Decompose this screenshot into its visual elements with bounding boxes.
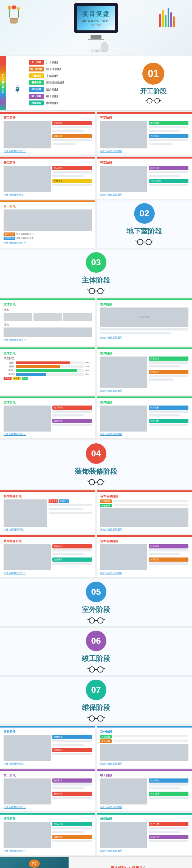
toc-content: 目录 开工阶段 开工阶段 地下室阶段 地下室阶段 主体阶段 主体阶段 装修阶段	[6, 56, 115, 110]
svg-line-19	[103, 481, 105, 482]
tl-3a	[52, 171, 92, 173]
toc-vertical-title: 目录	[11, 59, 24, 107]
tg-wb2a: 客户反馈	[149, 822, 188, 826]
row-dixiashi-section: 开工阶段 施工记录 完成地基处理工作 质量检测 各项指标达到标准 此处为插图底部…	[0, 200, 192, 248]
tag-9b: 安全生产	[149, 370, 188, 374]
bl-3: 此处为插图底部图片	[4, 193, 92, 196]
ch-10: 主体阶段	[4, 400, 92, 404]
bl-jg1: 此处为插图底部图片	[4, 806, 92, 809]
tag-4a: 总结反思	[149, 166, 188, 170]
tl-4a	[149, 171, 188, 173]
mouse-decoration	[101, 42, 108, 52]
slide-kaigong-1a: 开工阶段 经验总结 问题分析 此处为插图底部图片	[0, 112, 95, 156]
svg-line-23	[87, 619, 89, 620]
tag-5b: 质量检测	[4, 237, 15, 240]
t-wb1: 维保计划 问题处理	[52, 822, 92, 848]
slide-toc: CONCENTS 目录 开工阶段 开工阶段 地下室阶段 地下室阶段 主体阶段	[0, 56, 192, 111]
bar-chart-area: 项目A 80% 项目B 65% 项目C	[4, 361, 92, 376]
slide-zx-2a: 装饰装修阶段 装修总结 改进建议 此处为插图底部图片	[0, 535, 95, 578]
t-jg2: 交付标准 项目总结	[149, 778, 188, 804]
card-header-label-2: 开工阶段	[100, 116, 188, 120]
row-weibao-1: 维保阶段 维保计划 问题处理 此处为插图底部图片 维保阶段	[0, 813, 192, 855]
tl-zx4c	[149, 562, 188, 565]
slide-zx-2b: 装饰装修阶段 效果展示 后期维护 此处为插图底部图片	[97, 535, 192, 578]
tg-wb1a: 维保计划	[52, 822, 92, 826]
slide-wb-1b: 维保阶段 客户反馈 持续改进 此处为插图底部图片	[97, 813, 192, 855]
slide-zhuti-3a: 主体阶段 施工现场 进度管理 此处为插图底部图片	[0, 396, 95, 439]
cover-edition: 通用 · 版本	[91, 24, 102, 27]
text-3: 施工准备 主要亮点	[52, 166, 92, 192]
row-shiwai-1: 室外阶段 园林绿化 道路铺设 此处为插图底部图片 室外阶段	[0, 725, 192, 768]
ci-zx4: 装饰装修阶段 效果展示 后期维护 此处为插图底部图片	[97, 537, 192, 577]
toc-item-4: 装修阶段 装饰装修阶段	[29, 80, 111, 85]
tl-10a	[52, 410, 92, 413]
t-zx2: 材料管理 验收标准	[100, 499, 188, 527]
tl-11b	[149, 414, 181, 416]
slide-section-04: 04 装饰装修阶段	[0, 440, 192, 489]
ch-wb2: 维保阶段	[100, 817, 188, 821]
ip-jg2	[100, 778, 147, 804]
section-title-06: 竣工阶段	[82, 654, 110, 663]
cb-zx3: 装修总结 改进建议	[4, 544, 92, 570]
tl-3b	[52, 175, 84, 177]
section-num-03: 03	[91, 257, 101, 268]
bar-val-4: 45%	[85, 373, 92, 375]
status-boxes	[4, 313, 92, 321]
cover-decoration-left	[5, 5, 22, 33]
tl-4c	[149, 184, 188, 186]
slide-kaigong-2a: 开工阶段 施工准备 主要亮点 此处为插图底部图片	[0, 157, 95, 199]
svg-point-16	[98, 479, 103, 485]
ch-11: 主体阶段	[100, 400, 188, 404]
bar-2: 项目B 65%	[4, 365, 92, 368]
slide-zx-1b: 装饰装修阶段 材料管理 验收标准 此处为插图底部图片	[97, 490, 192, 534]
info-tag-orange: 问题分析	[52, 134, 92, 138]
slide-zx-1a: 装饰装修阶段 装修进度 质量评估 此处为插图底部图片	[0, 490, 95, 534]
card-header-6: 主体阶段	[4, 302, 92, 306]
row-zhuti-3: 主体阶段 施工现场 进度管理 此处为插图底部图片 主体阶段	[0, 396, 192, 439]
t-zx1: 装修进度 质量评估	[49, 499, 92, 527]
text-7	[100, 328, 188, 335]
status-box-2	[33, 313, 62, 321]
tg-jg2b: 项目总结	[149, 792, 188, 796]
tl-11a	[149, 410, 188, 413]
card-body: 经验总结 问题分析	[4, 121, 92, 148]
cb-jg2: 交付标准 项目总结	[100, 778, 188, 804]
tl-sw1b	[52, 744, 84, 746]
tag-text-5a: 完成地基处理工作	[16, 233, 92, 236]
ch-zx2: 装饰装修阶段	[100, 494, 188, 498]
bl-zx3: 此处为插图底部图片	[4, 571, 92, 575]
svg-line-33	[87, 717, 89, 718]
cb-10: 施工现场 进度管理	[4, 405, 92, 432]
bl-wb1: 此处为插图底部图片	[4, 849, 92, 852]
tl-9c	[149, 375, 188, 377]
card-inner: 开工阶段 经验总结 问题分析 此处为插图底部图片	[0, 114, 95, 155]
footer-logo-circle: PJ	[29, 860, 40, 868]
toc-text-4: 装饰装修阶段	[46, 81, 64, 85]
cover-monitor: 项目复盘 项目复盘总结汇报PPT 通用 · 版本	[74, 3, 118, 33]
tl-9b	[149, 365, 181, 368]
cb-zx1: 装修进度 质量评估	[4, 499, 92, 527]
cb-jg1: 验收记录 整改内容	[4, 778, 92, 804]
info-tag-blue: 成果展示	[149, 134, 188, 138]
card-header-3: 开工阶段	[4, 161, 92, 165]
tag-9a: 质量管控	[149, 356, 188, 361]
svg-line-9	[152, 241, 153, 242]
ip-zx1	[4, 499, 47, 527]
ci-11: 主体阶段 技术创新 成本控制 此处为插图底部图片	[97, 398, 192, 438]
img-zx2	[100, 508, 188, 527]
tl-wb1a	[52, 827, 92, 829]
card-body-3: 施工准备 主要亮点	[4, 166, 92, 192]
tl-jg1c	[52, 797, 92, 799]
glasses-05	[87, 617, 105, 624]
svg-point-30	[89, 716, 94, 721]
status-box-1	[4, 313, 32, 321]
tags-5: 施工记录 完成地基处理工作 质量检测 各项指标达到标准	[4, 232, 92, 240]
tag-row-5a: 施工记录 完成地基处理工作	[4, 232, 92, 236]
slide-footer: PJ 项目复盘 项目复盘总结汇报PPT 更多精品PPT模板尽在→ →sucat9…	[0, 856, 192, 868]
tl-sw2a	[113, 735, 188, 737]
svg-point-20	[89, 618, 94, 623]
slide-section-03: 03 主体阶段	[0, 249, 192, 297]
tl-3c	[52, 184, 92, 186]
toc-item-3: 主体阶段 主体阶段	[29, 73, 111, 78]
tl-sw2b	[113, 740, 188, 742]
